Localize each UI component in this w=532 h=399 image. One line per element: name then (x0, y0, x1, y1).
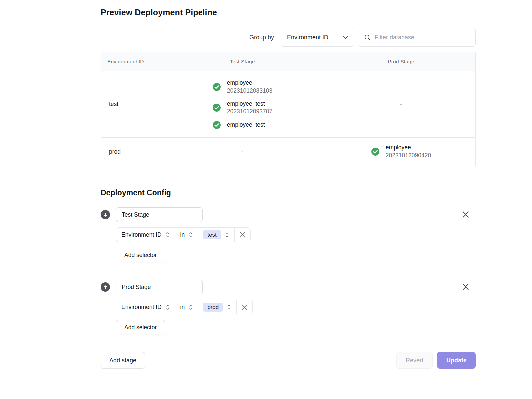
stage-config-prod: Environment ID in prod (101, 271, 476, 334)
add-selector-button[interactable]: Add selector (116, 320, 165, 334)
column-header-test-stage: Test Stage (158, 59, 327, 65)
database-item: employee_test 20231012093707 (212, 100, 272, 116)
filter-database-field[interactable] (359, 28, 476, 47)
selector-row: Environment ID in prod (116, 300, 476, 314)
remove-stage-button[interactable] (460, 209, 471, 220)
selector-operator-select[interactable]: in (175, 300, 199, 314)
database-name: employee (386, 144, 431, 152)
column-header-environment-id: Environment ID (101, 59, 158, 65)
group-by-select[interactable]: Environment ID (281, 28, 354, 47)
table-row: test employee 20231012083103 (101, 71, 475, 138)
empty-placeholder: - (241, 148, 243, 155)
revert-button[interactable]: Revert (396, 352, 433, 369)
table-header-row: Environment ID Test Stage Prod Stage (101, 52, 475, 71)
database-version: 20231012093707 (227, 108, 272, 116)
empty-placeholder: - (400, 101, 402, 108)
prod-stage-cell: employee 20231012090420 (327, 138, 475, 166)
database-name: employee (227, 79, 272, 87)
column-header-prod-stage: Prod Stage (327, 59, 475, 65)
selector-operator-select[interactable]: in (175, 228, 199, 242)
environment-cell: test (101, 71, 158, 137)
table-row: prod - employee 20231012090420 (101, 138, 475, 166)
stage-name-input[interactable] (116, 207, 203, 222)
database-list: employee 20231012083103 employee_test 20… (212, 79, 272, 129)
search-icon (364, 34, 371, 41)
updown-chevrons-icon (225, 231, 229, 238)
remove-stage-button[interactable] (460, 281, 471, 292)
database-item: employee_test (212, 121, 272, 129)
check-circle-icon (371, 147, 380, 156)
divider (101, 385, 476, 385)
updown-chevrons-icon (165, 304, 170, 311)
deployment-pipeline-panel: Preview Deployment Pipeline Group by Env… (101, 0, 476, 385)
divider (101, 343, 476, 343)
selector-values-select[interactable]: prod (198, 300, 237, 314)
arrow-up-circle-icon (101, 282, 110, 292)
database-version: 20231012090420 (386, 152, 431, 160)
page-title: Preview Deployment Pipeline (101, 8, 476, 17)
updown-chevrons-icon (188, 304, 193, 311)
add-stage-button[interactable]: Add stage (101, 352, 145, 369)
test-stage-cell: employee 20231012083103 employee_test 20… (158, 71, 327, 137)
deployment-config-heading: Deployment Config (101, 188, 476, 197)
updown-chevrons-icon (165, 231, 170, 238)
selector-value-tag: prod (203, 303, 223, 312)
selector-key-select[interactable]: Environment ID (116, 300, 175, 314)
check-circle-icon (212, 103, 221, 112)
database-list: employee 20231012090420 (371, 144, 431, 159)
prod-stage-cell: - (327, 71, 475, 137)
database-name: employee_test (227, 100, 272, 108)
updown-chevrons-icon (227, 304, 231, 311)
remove-selector-button[interactable] (235, 228, 250, 242)
pipeline-toolbar: Group by Environment ID (101, 28, 476, 47)
remove-selector-button[interactable] (237, 300, 252, 314)
test-stage-cell: - (158, 138, 327, 166)
stage-name-input[interactable] (116, 280, 203, 294)
database-name: employee_test (227, 121, 265, 129)
environment-cell: prod (101, 138, 158, 166)
update-button[interactable]: Update (437, 352, 476, 369)
check-circle-icon (212, 83, 221, 91)
stage-config-test: Environment ID in test (101, 207, 476, 262)
selector-value-tag: test (203, 230, 221, 239)
filter-database-input[interactable] (375, 34, 470, 41)
updown-chevrons-icon (188, 231, 193, 238)
config-footer: Add stage Revert Update (101, 352, 476, 369)
add-selector-button[interactable]: Add selector (116, 248, 165, 262)
arrow-down-circle-icon (101, 210, 110, 219)
group-by-value: Environment ID (287, 34, 328, 41)
selector-values-select[interactable]: test (198, 228, 234, 242)
selector-key-select[interactable]: Environment ID (116, 228, 175, 242)
database-version: 20231012083103 (227, 87, 272, 95)
check-circle-icon (212, 121, 221, 129)
database-item: employee 20231012090420 (371, 144, 431, 159)
selector-row: Environment ID in test (116, 227, 476, 242)
group-by-label: Group by (249, 34, 274, 41)
pipeline-preview-table: Environment ID Test Stage Prod Stage tes… (101, 52, 476, 166)
chevron-down-icon (343, 36, 348, 39)
database-item: employee 20231012083103 (212, 79, 272, 95)
